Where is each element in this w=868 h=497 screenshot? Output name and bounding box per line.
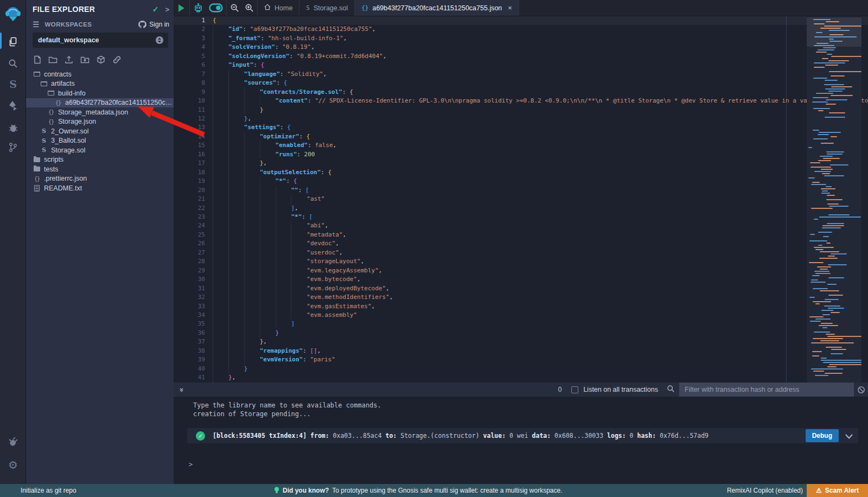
code-line[interactable]: 19"*": { [174,177,868,186]
ipfs-cube-icon[interactable] [97,55,105,64]
code-line[interactable]: 21"ast" [174,195,868,203]
code-line[interactable]: 40} [174,365,868,373]
settings-gear-icon[interactable]: ⚙ [0,456,26,474]
code-line[interactable]: 28"storageLayout", [174,257,868,266]
tab-storage-sol[interactable]: SStorage.sol [299,0,355,16]
transaction-filter-input[interactable] [679,383,854,397]
tree-item[interactable]: build-info [26,88,174,98]
code-line[interactable]: 30"evm.bytecode", [174,275,868,284]
zoom-in-icon[interactable] [245,3,254,12]
code-line[interactable]: 1{ [174,16,868,25]
copilot-status[interactable]: RemixAI Copilot (enabled) [727,487,803,494]
code-line[interactable]: 23"*": [ [174,213,868,221]
chevron-right-icon[interactable]: > [165,5,169,14]
remix-logo-icon[interactable] [0,3,26,25]
workspace-select[interactable]: default_workspace [33,33,168,48]
new-file-icon[interactable] [34,55,41,64]
new-folder-icon[interactable] [48,55,58,64]
debugger-icon[interactable] [0,118,26,137]
code-line[interactable]: 22], [174,204,868,213]
transaction-log-row[interactable]: ✓ [block:5583405 txIndex:4] from: 0xa03.… [187,428,858,443]
clear-console-icon[interactable] [854,386,868,394]
code-line[interactable]: 15"enabled": false, [174,141,868,150]
code-line[interactable]: 12}, [174,114,868,123]
git-icon[interactable] [0,138,26,156]
tree-item[interactable]: SStorage.sol [26,145,174,155]
code-line[interactable]: 17}, [174,159,868,168]
code-line[interactable]: 35] [174,320,868,328]
code-line[interactable]: 18"outputSelection": { [174,168,868,177]
file-explorer-icon[interactable] [0,33,26,51]
line-number: 15 [174,141,205,150]
code-line[interactable]: 11} [174,106,868,114]
listen-checkbox[interactable] [571,386,578,393]
ai-copilot-robot-icon[interactable] [193,3,203,13]
code-line[interactable]: 26"devdoc", [174,239,868,248]
run-script-button[interactable] [174,0,190,16]
workspace-menu-icon[interactable]: ☰ [33,20,40,29]
code-line[interactable]: 4"solcVersion": "0.8.19", [174,43,868,52]
code-line[interactable]: 32"evm.methodIdentifiers", [174,293,868,302]
code-line[interactable]: 37}, [174,337,868,346]
code-line[interactable]: 7"language": "Solidity", [174,70,868,79]
tree-item[interactable]: scripts [26,155,174,165]
search-icon[interactable] [0,54,26,73]
tree-item[interactable]: contracts [26,69,174,79]
code-line[interactable]: 5"solcLongVersion": "0.8.19+commit.7dd6d… [174,52,868,61]
code-line[interactable]: 29"evm.legacyAssembly", [174,266,868,275]
code-line[interactable]: 27"userdoc", [174,248,868,257]
code-line[interactable]: 38"remappings": [], [174,347,868,355]
code-line[interactable]: 10"content": "// SPDX-License-Identifier… [174,97,868,105]
tx-expand-chevron-icon[interactable] [845,431,853,441]
scam-alert-button[interactable]: ⚠ Scam Alert [807,484,868,497]
github-sign-in[interactable]: Sign in [138,21,169,28]
code-line[interactable]: 16"runs": 200 [174,150,868,159]
close-tab-icon[interactable]: × [508,4,512,12]
code-line[interactable]: 9"contracts/Storage.sol": { [174,88,868,97]
debug-button[interactable]: Debug [806,429,839,442]
code-line[interactable]: 41}, [174,373,868,382]
tree-item[interactable]: tests [26,164,174,174]
minimap[interactable] [807,16,861,383]
code-line[interactable]: 14"optimizer": { [174,132,868,141]
deploy-run-icon[interactable] [0,97,26,115]
code-line[interactable]: 33"evm.gasEstimates", [174,302,868,311]
tree-item[interactable]: artifacts [26,79,174,89]
terminal[interactable]: Type the library name to see available c… [174,397,868,484]
tab-home[interactable]: Home [258,0,299,16]
code-line[interactable]: 39"evmVersion": "paris" [174,355,868,364]
upload-folder-icon[interactable] [80,55,90,64]
init-git-repo-button[interactable]: Initialize as git repo [21,487,76,494]
code-line[interactable]: 34"evm.assembly" [174,311,868,320]
code-line[interactable]: 3"_format": "hh-sol-build-info-1", [174,34,868,43]
line-number: 39 [174,355,205,364]
tree-item[interactable]: {}.prettierrc.json [26,174,174,184]
code-line[interactable]: 20"": [ [174,186,868,195]
tree-item[interactable]: README.txt [26,183,174,193]
code-line[interactable]: 2"id": "a69b43f277ba20fcac141151250ca755… [174,25,868,34]
home-icon [264,4,271,12]
tab-a69b43f277ba20fcac141151250ca755-json[interactable]: {}a69b43f277ba20fcac141151250ca755.json× [355,0,519,16]
line-number: 30 [174,275,205,284]
code-line[interactable]: 13"settings": { [174,123,868,132]
tree-item-label: Storage.json [58,118,96,125]
upload-file-icon[interactable] [65,55,73,64]
zoom-out-icon[interactable] [230,3,239,12]
code-line[interactable]: 6"input": { [174,61,868,69]
terminal-prompt[interactable]: > [189,461,193,468]
code-line[interactable]: 8"sources": { [174,79,868,87]
code-line[interactable]: 24"abi", [174,221,868,230]
code-editor[interactable]: 1{2"id": "a69b43f277ba20fcac141151250ca7… [174,16,868,383]
code-line[interactable]: 25"metadata", [174,231,868,239]
terminal-collapse-icon[interactable]: » [178,387,186,391]
code-line[interactable]: 36} [174,329,868,337]
minimap-slider[interactable] [807,17,861,47]
import-link-icon[interactable] [112,55,122,64]
copilot-toggle-icon[interactable] [209,3,223,12]
code-line[interactable]: 31"evm.deployedBytecode", [174,284,868,293]
folder-icon [33,167,41,171]
solidity-compiler-icon[interactable]: S [0,75,26,93]
line-number: 7 [174,70,205,79]
check-icon: ✓ [152,5,159,14]
plugin-manager-icon[interactable] [0,432,26,450]
